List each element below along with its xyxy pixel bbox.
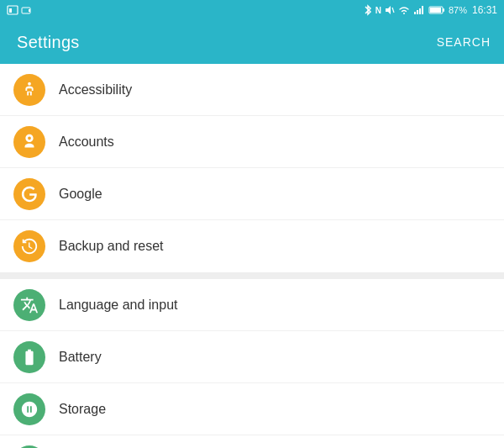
search-button[interactable]: SEARCH <box>437 35 491 49</box>
section-divider <box>0 272 504 279</box>
settings-list: Accessibility Accounts Google Backup and… <box>0 64 504 448</box>
status-time: 16:31 <box>472 4 497 16</box>
svg-rect-7 <box>417 10 418 14</box>
language-icon <box>13 289 45 321</box>
settings-item-language[interactable]: Language and input <box>0 279 504 331</box>
language-label: Language and input <box>59 298 177 313</box>
settings-item-accounts[interactable]: Accounts <box>0 116 504 168</box>
status-right-icons: N 87% 16:31 <box>364 4 497 16</box>
google-icon <box>13 178 45 210</box>
section-1: Accessibility Accounts Google Backup and… <box>0 64 504 272</box>
battery-icon <box>13 341 45 373</box>
accessibility-label: Accessibility <box>59 82 132 98</box>
svg-rect-11 <box>430 8 441 13</box>
accounts-icon <box>13 126 45 158</box>
accounts-label: Accounts <box>59 134 114 150</box>
svg-rect-0 <box>8 6 18 14</box>
settings-item-backup[interactable]: Backup and reset <box>0 220 504 272</box>
settings-item-datetime[interactable]: Date and time <box>0 435 504 448</box>
svg-marker-4 <box>386 6 391 14</box>
battery-percent: 87% <box>449 5 467 15</box>
status-left-icons <box>7 5 31 15</box>
accessibility-icon <box>13 74 45 106</box>
storage-label: Storage <box>59 402 106 417</box>
svg-rect-6 <box>414 12 416 14</box>
settings-item-battery[interactable]: Battery <box>0 331 504 383</box>
svg-rect-1 <box>9 8 12 13</box>
section-2: Language and input Battery Storage Date … <box>0 279 504 448</box>
header: Settings SEARCH <box>0 20 504 64</box>
svg-rect-3 <box>29 9 30 12</box>
settings-item-accessibility[interactable]: Accessibility <box>0 64 504 116</box>
svg-line-5 <box>392 8 394 13</box>
backup-label: Backup and reset <box>59 239 164 254</box>
svg-rect-9 <box>422 6 423 14</box>
backup-icon <box>13 230 45 262</box>
svg-rect-8 <box>419 8 421 14</box>
battery-label: Battery <box>59 350 102 365</box>
storage-icon <box>13 393 45 425</box>
datetime-icon <box>13 445 45 449</box>
google-label: Google <box>59 187 102 202</box>
page-title: Settings <box>17 33 80 52</box>
svg-rect-12 <box>443 8 444 12</box>
status-bar: N 87% 16:31 <box>0 0 504 20</box>
settings-item-storage[interactable]: Storage <box>0 383 504 435</box>
settings-item-google[interactable]: Google <box>0 168 504 220</box>
svg-point-13 <box>28 82 31 85</box>
